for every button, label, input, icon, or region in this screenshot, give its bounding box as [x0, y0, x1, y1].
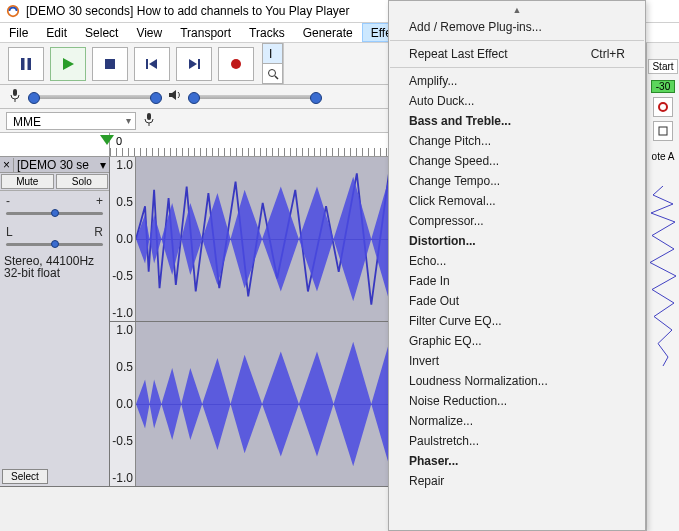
effect-menu-item[interactable]: Fade Out	[389, 291, 645, 311]
svg-line-12	[275, 76, 278, 79]
svg-rect-13	[13, 89, 17, 96]
zoom-tool-icon[interactable]	[262, 63, 283, 84]
effect-menu-item[interactable]: Auto Duck...	[389, 91, 645, 111]
effect-menu-item[interactable]: Paulstretch...	[389, 431, 645, 451]
svg-point-11	[268, 69, 275, 76]
menu-view[interactable]: View	[127, 23, 171, 42]
effect-menu-item[interactable]: Noise Reduction...	[389, 391, 645, 411]
speaker-icon	[168, 88, 182, 105]
effect-menu-item[interactable]: Filter Curve EQ...	[389, 311, 645, 331]
effect-menu-item[interactable]: Graphic EQ...	[389, 331, 645, 351]
pan-slider[interactable]: LR	[0, 222, 109, 253]
menu-edit[interactable]: Edit	[37, 23, 76, 42]
effect-menu-item[interactable]: Add / Remove Plug-ins...	[389, 17, 645, 37]
track-name[interactable]: [DEMO 30 se	[14, 158, 97, 172]
track-select-button[interactable]: Select	[2, 469, 48, 484]
svg-rect-21	[659, 127, 667, 135]
track-close-button[interactable]: ×	[0, 158, 14, 172]
effect-menu-item[interactable]: Fade In	[389, 271, 645, 291]
effect-menu-item[interactable]: Normalize...	[389, 411, 645, 431]
playback-meter[interactable]	[190, 95, 320, 99]
db-badge: -30	[651, 80, 675, 93]
effect-menu-item[interactable]: Phaser...	[389, 451, 645, 471]
svg-point-20	[659, 103, 667, 111]
menu-scroll-up-icon[interactable]: ▲	[389, 5, 645, 17]
effect-menu-item[interactable]: Amplify...	[389, 71, 645, 91]
svg-marker-7	[189, 59, 197, 69]
tool-icon[interactable]	[653, 97, 673, 117]
svg-marker-3	[63, 58, 74, 70]
effect-menu-item[interactable]: Change Tempo...	[389, 171, 645, 191]
menu-generate[interactable]: Generate	[294, 23, 362, 42]
effect-menu-item[interactable]: Invert	[389, 351, 645, 371]
menu-tracks[interactable]: Tracks	[240, 23, 294, 42]
effect-menu-item[interactable]: Bass and Treble...	[389, 111, 645, 131]
tools-toolbar: I	[263, 43, 284, 84]
svg-point-9	[231, 59, 241, 69]
right-strip: Start -30 ote A	[646, 43, 679, 531]
skip-start-button[interactable]	[134, 47, 170, 81]
app-icon	[6, 4, 20, 18]
vertical-scale: 1.00.50.0-0.5-1.0	[110, 322, 136, 486]
svg-rect-8	[198, 59, 200, 69]
effect-menu-item[interactable]: Change Pitch...	[389, 131, 645, 151]
window-title: [DEMO 30 seconds] How to add channels to…	[26, 4, 350, 18]
record-button[interactable]	[218, 47, 254, 81]
svg-rect-2	[28, 58, 32, 70]
effect-menu-item[interactable]: Change Speed...	[389, 151, 645, 171]
menu-transport[interactable]: Transport	[171, 23, 240, 42]
solo-button[interactable]: Solo	[56, 174, 109, 189]
transport-toolbar	[0, 43, 263, 84]
stop-button[interactable]	[92, 47, 128, 81]
svg-rect-1	[21, 58, 25, 70]
record-meter[interactable]	[30, 95, 160, 99]
skip-end-button[interactable]	[176, 47, 212, 81]
ruler-tick: 0	[116, 135, 122, 147]
svg-rect-5	[146, 59, 148, 69]
svg-text:I: I	[269, 48, 272, 60]
waveform-peek	[648, 186, 678, 366]
selection-tool-icon[interactable]: I	[262, 43, 283, 64]
track-menu-dropdown[interactable]: ▾	[97, 158, 109, 172]
svg-marker-6	[149, 59, 157, 69]
vertical-scale: 1.00.50.0-0.5-1.0	[110, 157, 136, 321]
gain-slider[interactable]: -+	[0, 191, 109, 222]
effect-menu-item[interactable]: Click Removal...	[389, 191, 645, 211]
effect-menu-item[interactable]: Repair	[389, 471, 645, 491]
audio-host-combo[interactable]: MME	[6, 112, 136, 130]
effect-menu: ▲ Add / Remove Plug-ins...Repeat Last Ef…	[388, 0, 646, 531]
play-button[interactable]	[50, 47, 86, 81]
effect-menu-item[interactable]: Repeat Last EffectCtrl+R	[389, 44, 645, 64]
mute-button[interactable]: Mute	[1, 174, 54, 189]
tool-icon[interactable]	[653, 121, 673, 141]
start-label: Start	[648, 59, 677, 74]
track-control-panel: × [DEMO 30 se ▾ Mute Solo -+ LR Stereo, …	[0, 157, 110, 486]
partial-label: ote A	[652, 151, 675, 162]
svg-rect-19	[147, 113, 151, 120]
mic-icon	[142, 112, 156, 129]
menu-file[interactable]: File	[0, 23, 37, 42]
pause-button[interactable]	[8, 47, 44, 81]
track-format-info: Stereo, 44100Hz 32-bit float	[0, 253, 109, 281]
svg-marker-14	[169, 90, 176, 100]
effect-menu-item[interactable]: Echo...	[389, 251, 645, 271]
effect-menu-item[interactable]: Loudness Normalization...	[389, 371, 645, 391]
effect-menu-item[interactable]: Distortion...	[389, 231, 645, 251]
mic-icon	[8, 88, 22, 105]
effect-menu-item[interactable]: Compressor...	[389, 211, 645, 231]
svg-rect-4	[105, 59, 115, 69]
menu-select[interactable]: Select	[76, 23, 127, 42]
